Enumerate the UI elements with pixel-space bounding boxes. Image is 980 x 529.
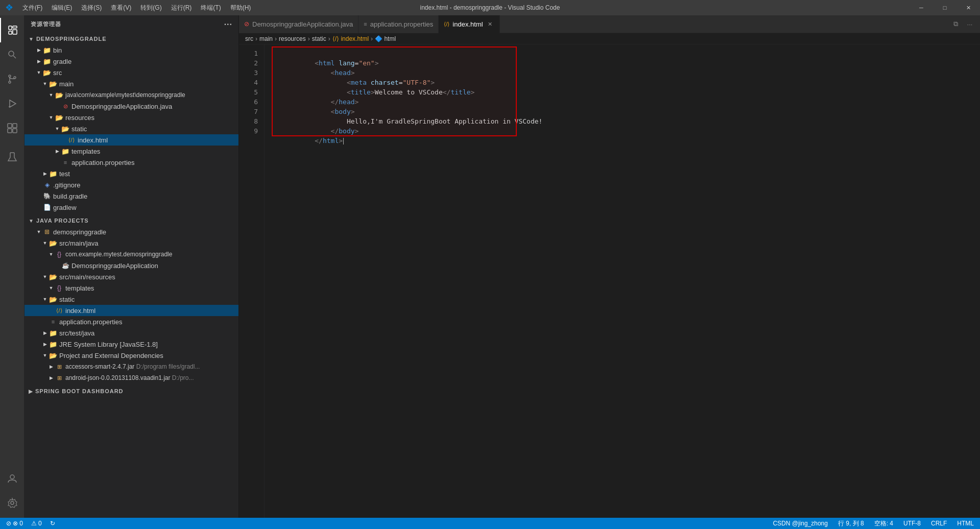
tree-item-jp-templates[interactable]: ▼ {} templates bbox=[25, 282, 238, 294]
line-num-4: 4 bbox=[239, 78, 258, 87]
code-line-3[interactable]: <meta charset="UTF-8"> bbox=[275, 68, 973, 78]
code-line-9[interactable]: </html> bbox=[275, 126, 973, 136]
code-line-7[interactable]: Hello,I'm GradleSpringBoot Application i… bbox=[275, 107, 973, 116]
tree-item-jp-srctest[interactable]: ▶ 📁 src/test/java bbox=[25, 327, 238, 339]
activity-search[interactable] bbox=[0, 42, 25, 67]
tree-item-jp-pkg[interactable]: ▼ {} com.example.mytest.demospringgradle bbox=[25, 249, 238, 260]
activity-explorer[interactable] bbox=[0, 18, 25, 42]
menu-view[interactable]: 查看(V) bbox=[107, 3, 135, 13]
activity-extensions[interactable] bbox=[0, 116, 25, 140]
tree-item-resources[interactable]: ▼ 📂 resources bbox=[25, 112, 238, 123]
tree-item-build-gradle[interactable]: 🐘 build.gradle bbox=[25, 190, 238, 202]
tree-item-index-html[interactable]: ⟨/⟩ index.html bbox=[25, 134, 238, 146]
split-editor-button[interactable]: ⧉ bbox=[949, 18, 962, 30]
tab-close-icon[interactable]: ✕ bbox=[486, 20, 494, 29]
gradle-icon: 🐘 bbox=[43, 192, 51, 200]
activity-account[interactable] bbox=[0, 466, 25, 491]
folder-icon-jp-srcmainres: 📂 bbox=[49, 273, 57, 281]
svg-point-17 bbox=[10, 475, 14, 479]
activity-settings[interactable] bbox=[0, 491, 25, 515]
breadcrumb-indexhtml[interactable]: ⟨/⟩ index.html bbox=[332, 35, 369, 42]
more-actions-button[interactable]: ··· bbox=[964, 18, 976, 30]
tree-item-gradle[interactable]: ▶ 📁 gradle bbox=[25, 56, 238, 67]
maximize-button[interactable]: □ bbox=[933, 0, 957, 15]
status-language[interactable]: HTML bbox=[955, 518, 976, 529]
activity-source-control[interactable] bbox=[0, 67, 25, 91]
line-numbers: 1 2 3 4 5 6 7 8 9 bbox=[239, 44, 265, 518]
tree-item-jp-demo[interactable]: ▼ ⊞ demospringgradle bbox=[25, 226, 238, 237]
tree-item-gitignore[interactable]: ◈ .gitignore bbox=[25, 179, 238, 190]
tab-demoapp[interactable]: ⊘ DemospringgradleApplication.java bbox=[239, 15, 358, 33]
titlebar: ❖ 文件(F) 编辑(E) 选择(S) 查看(V) 转到(G) 运行(R) 终端… bbox=[0, 0, 980, 15]
tree-item-jp-static[interactable]: ▼ 📂 static bbox=[25, 294, 238, 305]
sidebar-more-icon[interactable]: ··· bbox=[224, 20, 232, 29]
tree-item-gradlew[interactable]: 📄 gradlew bbox=[25, 202, 238, 213]
status-bar: ⊘ ⊗ 0 ⚠ 0 ↻ CSDN @jing_zhong 行 9, 列 8 空格… bbox=[0, 518, 980, 529]
arrow-static: ▼ bbox=[53, 125, 61, 133]
tree-item-demoapp-java[interactable]: ⊘ DemospringgradleApplication.java bbox=[25, 101, 238, 112]
tab-index-html[interactable]: ⟨/⟩ index.html ✕ bbox=[439, 15, 499, 33]
section-demospringgradle[interactable]: ▼ DEMOSPRINGGRADLE bbox=[25, 33, 238, 44]
tree-item-jp-srcmainjava[interactable]: ▼ 📂 src/main/java bbox=[25, 237, 238, 249]
svg-line-5 bbox=[13, 56, 16, 58]
menu-file[interactable]: 文件(F) bbox=[18, 3, 46, 13]
breadcrumb-main[interactable]: main bbox=[259, 35, 273, 42]
activity-test[interactable] bbox=[0, 145, 25, 169]
tree-item-test[interactable]: ▶ 📁 test bbox=[25, 168, 238, 179]
activity-run[interactable] bbox=[0, 91, 25, 116]
arrow-buildgradle bbox=[35, 192, 43, 200]
tree-item-jp-accessors[interactable]: ▶ ⊞ accessors-smart-2.4.7.jar D:/program… bbox=[25, 361, 238, 372]
menu-run[interactable]: 运行(R) bbox=[167, 3, 196, 13]
tag-head-close: head bbox=[339, 98, 354, 106]
spaces-text: 空格: 4 bbox=[874, 519, 893, 528]
svg-rect-14 bbox=[8, 129, 12, 133]
breadcrumb-html[interactable]: 🔷 html bbox=[375, 35, 396, 42]
code-line-6[interactable]: <body> bbox=[275, 97, 973, 107]
menu-select[interactable]: 选择(S) bbox=[77, 3, 106, 13]
status-row-col[interactable]: 行 9, 列 8 bbox=[836, 518, 866, 529]
tree-item-jp-android[interactable]: ▶ ⊞ android-json-0.0.20131108.vaadin1.ja… bbox=[25, 372, 238, 383]
breadcrumb-src[interactable]: src bbox=[245, 35, 253, 42]
tree-item-main[interactable]: ▼ 📂 main bbox=[25, 78, 238, 89]
tree-item-jp-appprops[interactable]: ≡ application.properties bbox=[25, 316, 238, 327]
tree-item-bin[interactable]: ▶ 📁 bin bbox=[25, 44, 238, 56]
section-java-projects[interactable]: ▼ JAVA PROJECTS bbox=[25, 215, 238, 226]
tab-appprops[interactable]: ≡ application.properties bbox=[358, 15, 439, 33]
code-content[interactable]: <html lang="en"> <head> <meta charset="U… bbox=[265, 44, 973, 518]
status-encoding[interactable]: UTF-8 bbox=[901, 518, 923, 529]
code-line-1[interactable]: <html lang="en"> bbox=[275, 49, 973, 58]
editor-scrollbar[interactable] bbox=[973, 44, 980, 518]
status-warnings[interactable]: ⚠ 0 bbox=[29, 518, 44, 529]
minimize-button[interactable]: ─ bbox=[910, 0, 933, 15]
tree-item-templates[interactable]: ▶ 📁 templates bbox=[25, 146, 238, 157]
tree-item-jp-demoapp[interactable]: ☕ DemospringgradleApplication bbox=[25, 260, 238, 271]
tree-item-java-pkg[interactable]: ▼ 📂 java\com\example\mytest\demospringgr… bbox=[25, 89, 238, 101]
line-num-7: 7 bbox=[239, 107, 258, 116]
val-en: "en" bbox=[358, 59, 374, 67]
menu-help[interactable]: 帮助(H) bbox=[226, 3, 255, 13]
tree-item-app-props[interactable]: ≡ application.properties bbox=[25, 157, 238, 168]
tree-item-static[interactable]: ▼ 📂 static bbox=[25, 123, 238, 134]
tree-item-src[interactable]: ▼ 📂 src bbox=[25, 67, 238, 78]
git-icon: ◈ bbox=[43, 181, 51, 189]
menu-edit[interactable]: 编辑(E) bbox=[47, 3, 76, 13]
label-jp-demo: demospringgradle bbox=[53, 228, 106, 236]
tree-item-jp-jre[interactable]: ▶ 📁 JRE System Library [JavaSE-1.8] bbox=[25, 339, 238, 350]
status-errors[interactable]: ⊘ ⊗ 0 bbox=[4, 518, 25, 529]
menu-bar: 文件(F) 编辑(E) 选择(S) 查看(V) 转到(G) 运行(R) 终端(T… bbox=[18, 3, 255, 13]
section-spring-boot[interactable]: ▶ SPRING BOOT DASHBOARD bbox=[25, 386, 238, 397]
status-spaces[interactable]: 空格: 4 bbox=[872, 518, 895, 529]
breadcrumb-resources[interactable]: resources bbox=[279, 35, 306, 42]
arrow-gradle: ▶ bbox=[35, 57, 43, 65]
breadcrumb-static[interactable]: static bbox=[312, 35, 326, 42]
red-arrow-annotation bbox=[265, 65, 275, 106]
menu-terminal[interactable]: 终端(T) bbox=[197, 3, 225, 13]
status-sync[interactable]: ↻ bbox=[48, 518, 57, 529]
tree-item-jp-extdeps[interactable]: ▼ 📂 Project and External Dependencies bbox=[25, 350, 238, 361]
close-button[interactable]: ✕ bbox=[957, 0, 980, 15]
code-line-2[interactable]: <head> bbox=[275, 58, 973, 68]
tree-item-jp-index[interactable]: ⟨/⟩ index.html bbox=[25, 305, 238, 316]
status-line-ending[interactable]: CRLF bbox=[929, 518, 949, 529]
tree-item-jp-srcmainres[interactable]: ▼ 📂 src/main/resources bbox=[25, 271, 238, 282]
menu-goto[interactable]: 转到(G) bbox=[136, 3, 165, 13]
